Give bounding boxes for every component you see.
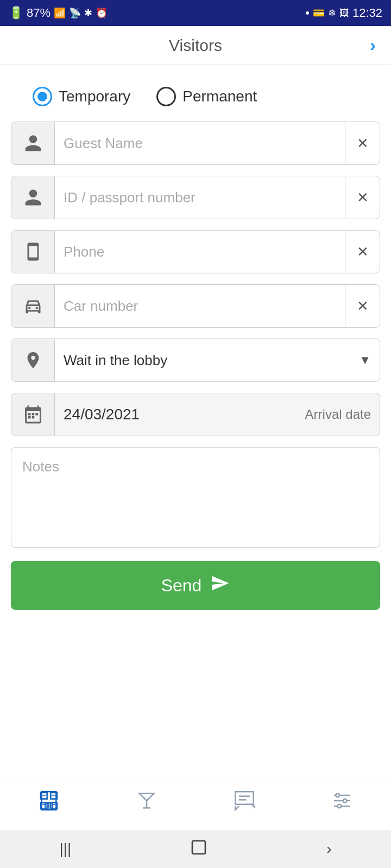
radio-permanent-circle[interactable] bbox=[156, 87, 176, 106]
building-icon bbox=[38, 790, 60, 816]
back-button[interactable]: ||| bbox=[59, 840, 71, 858]
location-dropdown-content[interactable]: Wait in the lobby ▼ bbox=[55, 352, 380, 369]
send-label: Send bbox=[161, 576, 202, 596]
phone-field-row: ✕ bbox=[11, 230, 380, 273]
svg-rect-5 bbox=[28, 416, 31, 419]
person-icon bbox=[11, 122, 55, 164]
signal-icon: 📶 bbox=[54, 7, 66, 19]
svg-rect-25 bbox=[192, 841, 205, 854]
phone-input[interactable] bbox=[55, 231, 345, 273]
bluetooth-icon: ✱ bbox=[84, 7, 92, 19]
svg-point-1 bbox=[35, 307, 38, 310]
home-button[interactable] bbox=[190, 839, 207, 860]
image-icon: 🖼 bbox=[339, 8, 349, 19]
id-passport-field-row: ✕ bbox=[11, 176, 380, 219]
svg-rect-6 bbox=[31, 416, 34, 419]
system-navigation: ||| › bbox=[0, 830, 391, 868]
guest-name-clear-button[interactable]: ✕ bbox=[345, 122, 380, 164]
page-title: Visitors bbox=[169, 36, 222, 55]
car-number-clear-button[interactable]: ✕ bbox=[345, 285, 380, 327]
main-content: Temporary Permanent ✕ ✕ ✕ ✕ bbox=[0, 65, 391, 776]
id-passport-input[interactable] bbox=[55, 176, 345, 219]
car-number-field-row: ✕ bbox=[11, 284, 380, 328]
radio-temporary[interactable]: Temporary bbox=[33, 87, 130, 106]
alarm-icon: ⏰ bbox=[96, 7, 108, 19]
id-passport-clear-button[interactable]: ✕ bbox=[345, 176, 380, 219]
dropdown-arrow-icon: ▼ bbox=[359, 353, 371, 367]
svg-rect-3 bbox=[31, 413, 34, 416]
settings-icon bbox=[331, 790, 353, 816]
calendar-icon bbox=[11, 393, 55, 436]
send-button[interactable]: Send bbox=[11, 561, 380, 610]
radio-permanent-label: Permanent bbox=[182, 88, 257, 105]
radio-permanent[interactable]: Permanent bbox=[156, 87, 257, 106]
location-dropdown-row[interactable]: Wait in the lobby ▼ bbox=[11, 339, 380, 382]
location-dropdown-value: Wait in the lobby bbox=[64, 352, 167, 369]
clock: 12:32 bbox=[352, 6, 382, 20]
guest-name-input[interactable] bbox=[55, 122, 345, 164]
svg-rect-4 bbox=[35, 413, 38, 416]
arrival-date-label: Arrival date bbox=[297, 407, 380, 422]
nav-item-messages[interactable] bbox=[195, 776, 293, 830]
svg-point-24 bbox=[338, 805, 342, 808]
radio-temporary-circle[interactable] bbox=[33, 87, 52, 106]
radio-temporary-label: Temporary bbox=[59, 88, 130, 105]
battery-icon: 🔋 bbox=[9, 6, 23, 20]
status-left: 🔋 87% 📶 📡 ✱ ⏰ bbox=[9, 6, 108, 20]
svg-point-22 bbox=[336, 794, 339, 797]
nav-item-home[interactable] bbox=[0, 776, 98, 830]
phone-clear-button[interactable]: ✕ bbox=[345, 231, 380, 273]
snowflake-icon: ❄ bbox=[328, 7, 336, 19]
visit-type-radio-group: Temporary Permanent bbox=[11, 78, 380, 122]
nav-item-amenities[interactable] bbox=[98, 776, 195, 830]
location-icon bbox=[11, 339, 55, 381]
status-right: • 💳 ❄ 🖼 12:32 bbox=[305, 6, 382, 20]
bottom-navigation bbox=[0, 776, 391, 830]
dot-indicator: • bbox=[305, 6, 310, 20]
arrival-date-row[interactable]: 24/03/2021 Arrival date bbox=[11, 393, 380, 436]
recents-button[interactable]: › bbox=[326, 840, 331, 858]
svg-rect-2 bbox=[28, 413, 31, 416]
id-person-icon bbox=[11, 176, 55, 219]
notes-input[interactable] bbox=[22, 458, 369, 534]
chat-icon bbox=[234, 790, 255, 816]
sim-icon: 💳 bbox=[313, 7, 325, 19]
nav-item-settings[interactable] bbox=[293, 776, 391, 830]
svg-point-0 bbox=[28, 307, 31, 310]
guest-name-field-row: ✕ bbox=[11, 122, 380, 165]
battery-level: 87% bbox=[27, 6, 51, 20]
notes-field-area bbox=[11, 447, 380, 548]
status-bar: 🔋 87% 📶 📡 ✱ ⏰ • 💳 ❄ 🖼 12:32 bbox=[0, 0, 391, 26]
car-icon bbox=[11, 285, 55, 327]
send-icon bbox=[210, 573, 230, 597]
cocktail-icon bbox=[136, 790, 157, 816]
svg-point-23 bbox=[343, 799, 347, 803]
wifi-icon: 📡 bbox=[69, 7, 81, 19]
header-chevron-icon[interactable]: › bbox=[370, 35, 376, 55]
phone-icon bbox=[11, 231, 55, 273]
car-number-input[interactable] bbox=[55, 285, 345, 327]
arrival-date-value: 24/03/2021 bbox=[55, 406, 297, 423]
page-header: Visitors › bbox=[0, 26, 391, 65]
